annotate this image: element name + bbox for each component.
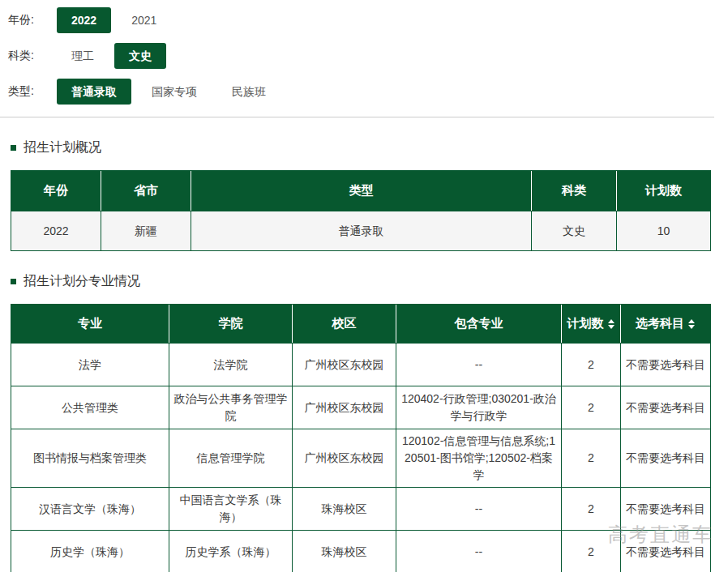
cell-campus: 广州校区东校园 xyxy=(293,386,396,429)
filter-option-type-regular[interactable]: 普通录取 xyxy=(57,79,131,105)
overview-table: 年份 省市 类型 科类 计划数 2022 新疆 普通录取 文史 10 xyxy=(11,170,711,251)
cell-major: 公共管理类 xyxy=(11,386,169,429)
overview-header-row: 年份 省市 类型 科类 计划数 xyxy=(11,171,710,211)
cell-province: 新疆 xyxy=(101,211,191,250)
section-divider xyxy=(0,117,714,117)
filter-option-subject-liberal-arts[interactable]: 文史 xyxy=(114,43,166,69)
col-header-type: 类型 xyxy=(191,171,532,211)
col-header-exam-subjects-sortable[interactable]: 选考科目 xyxy=(621,305,710,343)
filter-option-type-ethnic-class[interactable]: 民族班 xyxy=(217,79,280,105)
filter-row-year: 年份: 2022 2021 xyxy=(8,7,728,33)
cell-campus: 广州校区东校园 xyxy=(293,429,396,487)
filter-label-subject: 科类: xyxy=(8,49,57,63)
col-header-province: 省市 xyxy=(101,171,191,211)
cell-plan-count: 2 xyxy=(562,530,621,572)
cell-major: 法学 xyxy=(11,343,169,386)
cell-exam-subjects: 不需要选考科目 xyxy=(621,530,710,572)
cell-campus: 广州校区东校园 xyxy=(293,343,396,386)
filter-row-type: 类型: 普通录取 国家专项 民族班 xyxy=(8,79,728,105)
enrollment-plan-page: 年份: 2022 2021 科类: 理工 文史 类型: 普通录取 国家专项 民族… xyxy=(0,0,728,572)
col-header-subject: 科类 xyxy=(532,171,617,211)
cell-included-majors: 120402-行政管理;030201-政治学与行政学 xyxy=(396,386,562,429)
col-header-year: 年份 xyxy=(11,171,101,211)
exam-subjects-label: 选考科目 xyxy=(636,316,684,330)
filter-panel: 年份: 2022 2021 科类: 理工 文史 类型: 普通录取 国家专项 民族… xyxy=(0,0,728,105)
cell-major: 图书情报与档案管理类 xyxy=(11,429,169,487)
cell-subject: 文史 xyxy=(532,211,617,250)
cell-exam-subjects: 不需要选考科目 xyxy=(621,386,710,429)
filter-row-subject: 科类: 理工 文史 xyxy=(8,43,728,69)
square-bullet-icon xyxy=(11,145,16,151)
cell-year: 2022 xyxy=(11,211,101,250)
cell-plan-count: 2 xyxy=(562,386,621,429)
cell-included-majors: -- xyxy=(396,343,562,386)
cell-campus: 珠海校区 xyxy=(293,487,396,530)
cell-type: 普通录取 xyxy=(191,211,532,250)
majors-header-row: 专业 学院 校区 包含专业 计划数 选考科目 xyxy=(11,305,710,343)
cell-included-majors: 120102-信息管理与信息系统;120501-图书馆学;120502-档案学 xyxy=(396,429,562,487)
majors-title-text: 招生计划分专业情况 xyxy=(24,273,140,290)
filter-option-year-2021[interactable]: 2021 xyxy=(117,7,171,33)
filter-label-year: 年份: xyxy=(8,13,57,28)
majors-row-law: 法学 法学院 广州校区东校园 -- 2 不需要选考科目 xyxy=(11,343,710,386)
col-header-campus: 校区 xyxy=(293,305,396,343)
plan-count-label: 计划数 xyxy=(567,316,604,330)
majors-row-chinese-zhuhai: 汉语言文学（珠海） 中国语言文学系（珠海） 珠海校区 -- 2 不需要选考科目 xyxy=(11,487,710,530)
main-content: 招生计划概况 年份 省市 类型 科类 计划数 2022 新疆 普通录取 xyxy=(0,139,728,572)
majors-row-history-zhuhai: 历史学（珠海） 历史学系（珠海） 珠海校区 -- 2 不需要选考科目 xyxy=(11,530,710,572)
cell-major: 历史学（珠海） xyxy=(11,530,169,572)
filter-option-year-2022[interactable]: 2022 xyxy=(57,7,111,33)
cell-school: 历史学系（珠海） xyxy=(169,530,293,572)
majors-table: 专业 学院 校区 包含专业 计划数 选考科目 法学 法学院 广州校区东校园 xyxy=(11,304,711,572)
cell-school: 法学院 xyxy=(169,343,293,386)
cell-exam-subjects: 不需要选考科目 xyxy=(621,487,710,530)
cell-included-majors: -- xyxy=(396,530,562,572)
overview-data-row: 2022 新疆 普通录取 文史 10 xyxy=(11,211,710,250)
cell-plan-count: 2 xyxy=(562,487,621,530)
cell-plan-count: 2 xyxy=(562,343,621,386)
sort-icon xyxy=(608,319,615,329)
col-header-plan-count: 计划数 xyxy=(617,171,710,211)
majors-section-title: 招生计划分专业情况 xyxy=(11,273,709,290)
col-header-major: 专业 xyxy=(11,305,169,343)
overview-section-title: 招生计划概况 xyxy=(11,139,709,156)
cell-included-majors: -- xyxy=(396,487,562,530)
col-header-plan-count-sortable[interactable]: 计划数 xyxy=(562,305,621,343)
majors-row-info-archives: 图书情报与档案管理类 信息管理学院 广州校区东校园 120102-信息管理与信息… xyxy=(11,429,710,487)
square-bullet-icon xyxy=(11,279,16,284)
filter-option-type-national-special[interactable]: 国家专项 xyxy=(137,79,212,105)
sort-icon xyxy=(688,319,696,329)
cell-plan-count: 10 xyxy=(617,211,710,250)
cell-school: 中国语言文学系（珠海） xyxy=(169,487,293,530)
cell-major: 汉语言文学（珠海） xyxy=(11,487,169,530)
cell-plan-count: 2 xyxy=(562,429,621,487)
filter-option-subject-science[interactable]: 理工 xyxy=(57,43,109,69)
cell-exam-subjects: 不需要选考科目 xyxy=(621,429,710,487)
overview-title-text: 招生计划概况 xyxy=(24,139,101,156)
cell-school: 政治与公共事务管理学院 xyxy=(169,386,293,429)
cell-exam-subjects: 不需要选考科目 xyxy=(621,343,710,386)
majors-row-public-admin: 公共管理类 政治与公共事务管理学院 广州校区东校园 120402-行政管理;03… xyxy=(11,386,710,429)
cell-school: 信息管理学院 xyxy=(169,429,293,487)
col-header-school: 学院 xyxy=(169,305,293,343)
col-header-included-majors: 包含专业 xyxy=(396,305,562,343)
filter-label-type: 类型: xyxy=(8,84,57,99)
cell-campus: 珠海校区 xyxy=(293,530,396,572)
